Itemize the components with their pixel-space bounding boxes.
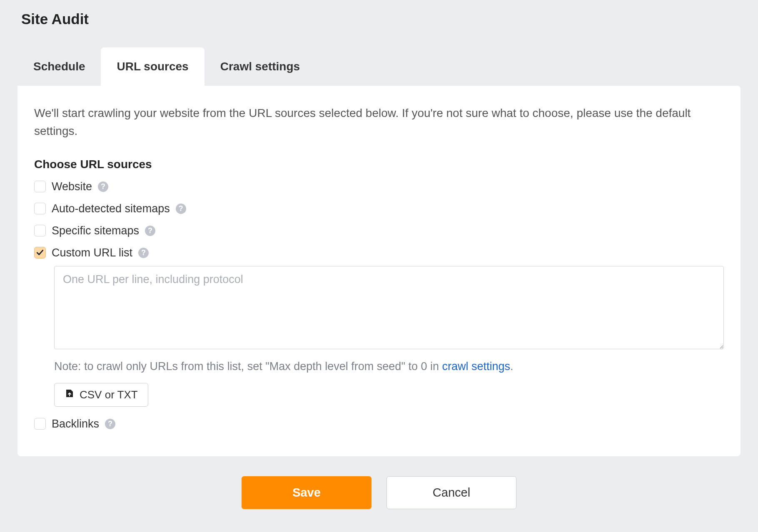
- checkbox-auto-sitemaps[interactable]: [34, 203, 46, 214]
- intro-text: We'll start crawling your website from t…: [34, 104, 724, 140]
- upload-icon: [65, 388, 75, 401]
- source-row-custom-list: Custom URL list ?: [34, 246, 724, 259]
- source-row-website: Website ?: [34, 180, 724, 193]
- custom-url-note: Note: to crawl only URLs from this list,…: [54, 360, 724, 373]
- help-icon[interactable]: ?: [105, 419, 115, 429]
- checkbox-custom-list[interactable]: [34, 247, 46, 259]
- source-row-backlinks: Backlinks ?: [34, 418, 724, 430]
- note-suffix: .: [510, 360, 514, 373]
- label-specific-sitemaps: Specific sitemaps: [52, 224, 139, 237]
- help-icon[interactable]: ?: [145, 226, 155, 236]
- custom-url-block: Note: to crawl only URLs from this list,…: [54, 266, 724, 407]
- label-custom-list: Custom URL list: [52, 246, 132, 259]
- source-row-auto-sitemaps: Auto-detected sitemaps ?: [34, 202, 724, 215]
- help-icon[interactable]: ?: [176, 204, 186, 214]
- save-button[interactable]: Save: [242, 476, 372, 509]
- checkbox-specific-sitemaps[interactable]: [34, 225, 46, 236]
- source-row-specific-sitemaps: Specific sitemaps ?: [34, 224, 724, 237]
- cancel-button[interactable]: Cancel: [386, 476, 516, 509]
- help-icon[interactable]: ?: [98, 181, 108, 192]
- panel-url-sources: We'll start crawling your website from t…: [17, 86, 741, 456]
- tab-schedule[interactable]: Schedule: [17, 47, 101, 86]
- tab-url-sources[interactable]: URL sources: [101, 47, 204, 86]
- note-prefix: Note: to crawl only URLs from this list,…: [54, 360, 442, 373]
- checkbox-website[interactable]: [34, 181, 46, 192]
- page-title: Site Audit: [21, 11, 741, 27]
- custom-url-textarea[interactable]: [54, 266, 724, 349]
- label-auto-sitemaps: Auto-detected sitemaps: [52, 202, 170, 215]
- label-backlinks: Backlinks: [52, 418, 99, 430]
- checkbox-backlinks[interactable]: [34, 418, 46, 430]
- tabs: Schedule URL sources Crawl settings: [17, 47, 741, 86]
- section-heading: Choose URL sources: [34, 158, 724, 171]
- label-website: Website: [52, 180, 92, 193]
- action-bar: Save Cancel: [17, 476, 741, 509]
- crawl-settings-link[interactable]: crawl settings: [442, 360, 511, 373]
- help-icon[interactable]: ?: [138, 248, 149, 258]
- upload-csv-txt-button[interactable]: CSV or TXT: [54, 383, 148, 407]
- upload-label: CSV or TXT: [80, 388, 138, 401]
- tab-crawl-settings[interactable]: Crawl settings: [204, 47, 316, 86]
